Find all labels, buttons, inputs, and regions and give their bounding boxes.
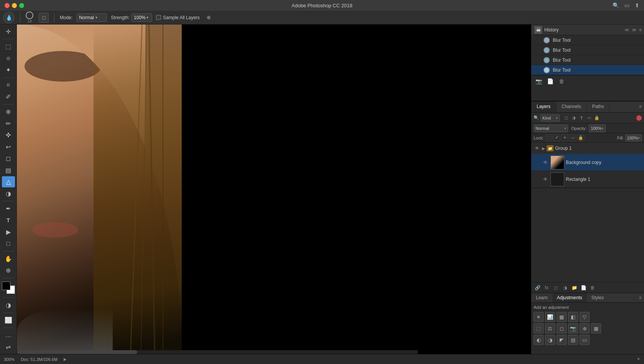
invert-adj-btn[interactable]: ◐ (534, 335, 544, 345)
traffic-lights[interactable] (5, 3, 24, 8)
lasso-tool[interactable]: ⌾ (2, 53, 15, 64)
add-mask-btn[interactable]: ◻ (552, 284, 560, 292)
group-header-1[interactable]: 👁 ▶ 📁 Group 1 (531, 143, 644, 154)
threshold-adj-btn[interactable]: ◤ (557, 335, 567, 345)
quick-mask-tool[interactable]: ◑ (2, 300, 15, 310)
tab-channels[interactable]: Channels (556, 102, 587, 112)
blend-mode-dropdown[interactable]: Normal ▾ (534, 125, 568, 132)
kind-dropdown[interactable]: Kind ▾ (540, 115, 560, 121)
text-filter-icon[interactable]: T (578, 115, 585, 121)
bw-adj-btn[interactable]: ◻ (557, 323, 567, 333)
history-item-2[interactable]: Blur Tool (531, 55, 644, 65)
link-layers-btn[interactable]: 🔗 (534, 284, 541, 292)
history-item-0[interactable]: Blur Tool (531, 35, 644, 45)
filter-toggle[interactable] (636, 115, 642, 121)
exposure-adj-btn[interactable]: ◧ (568, 312, 578, 322)
canvas[interactable] (17, 25, 531, 354)
marquee-tool[interactable]: ⬚ (2, 41, 15, 52)
shape-filter-icon[interactable]: ▭ (586, 115, 593, 121)
history-item-3[interactable]: Blur Tool (531, 65, 644, 75)
lock-position-btn[interactable]: ✛ (561, 134, 568, 141)
horizontal-scrollbar[interactable] (17, 350, 418, 354)
foreground-color[interactable] (2, 282, 10, 290)
opacity-input[interactable]: 100% ▾ (589, 125, 605, 132)
close-button[interactable] (5, 3, 10, 8)
path-selection-tool[interactable]: ▶ (2, 226, 15, 237)
history-menu-icon[interactable]: ≡ (639, 27, 642, 33)
stamp-tool[interactable]: ✜ (2, 130, 15, 141)
airbrush-icon[interactable]: ⊕ (204, 13, 214, 23)
dodge-tool[interactable]: ◑ (2, 188, 15, 199)
brush-tool[interactable]: ✏ (2, 118, 15, 129)
history-collapse-icon[interactable]: ≪ (624, 27, 629, 33)
healing-brush-tool[interactable]: ⊕ (2, 107, 15, 117)
history-brush-tool[interactable]: ↩ (2, 141, 15, 152)
posterize-adj-btn[interactable]: ◑ (545, 335, 555, 345)
text-tool[interactable]: T (2, 215, 15, 226)
more-tools[interactable]: … (2, 330, 15, 341)
delete-layer-btn[interactable]: 🗑 (589, 284, 596, 292)
delete-history-btn[interactable]: 🗑 (557, 77, 566, 85)
zoom-tool[interactable]: ⊕ (2, 265, 15, 276)
lock-image-btn[interactable]: ✐ (553, 134, 560, 141)
status-arrow-icon[interactable]: ▶ (64, 357, 67, 361)
hand-tool[interactable]: ✋ (2, 253, 15, 264)
brightness-adj-btn[interactable]: ☀ (534, 312, 544, 322)
crop-tool[interactable]: ⌗ (2, 80, 15, 90)
maximize-button[interactable] (19, 3, 24, 8)
layer-background-copy[interactable]: 👁 Background copy (531, 154, 644, 171)
fill-input[interactable]: 100% ▾ (625, 134, 642, 141)
history-item-1[interactable]: Blur Tool (531, 45, 644, 55)
channel-mixer-btn[interactable]: ⊕ (580, 323, 590, 333)
scrollbar-thumb[interactable] (17, 350, 137, 354)
minimize-button[interactable] (12, 3, 17, 8)
eraser-tool[interactable]: ◻ (2, 153, 15, 164)
gradient-tool[interactable]: ▤ (2, 165, 15, 175)
create-new-document-btn[interactable]: 📄 (546, 77, 554, 85)
new-group-btn[interactable]: 📁 (570, 284, 578, 292)
adjust-filter-icon[interactable]: ◑ (570, 115, 577, 121)
shape-tool[interactable]: □ (2, 238, 15, 249)
layer-visibility-rect[interactable]: 👁 (542, 176, 549, 183)
strength-input[interactable]: 100% ▾ (131, 13, 152, 22)
pen-tool[interactable]: ✒ (2, 203, 15, 214)
create-snapshot-btn[interactable]: 📷 (534, 77, 543, 85)
tab-paths[interactable]: Paths (587, 102, 610, 112)
tab-adjustments[interactable]: Adjustments (552, 293, 587, 302)
layout-icon[interactable]: ▭ (624, 2, 629, 8)
new-layer-btn[interactable]: 📄 (580, 284, 587, 292)
curves-adj-btn[interactable]: 📊 (545, 312, 555, 322)
blur-tool[interactable]: △ (2, 176, 15, 187)
group-visibility-icon[interactable]: 👁 (534, 145, 540, 152)
lock-all-btn[interactable]: 🔒 (577, 134, 584, 141)
tab-layers[interactable]: Layers (531, 102, 556, 112)
history-expand-icon[interactable]: ≫ (632, 27, 637, 33)
adj-menu-icon[interactable]: ≡ (637, 293, 644, 302)
arrange-icon[interactable]: ⬆ (635, 2, 639, 8)
group-expand-icon[interactable]: ▶ (542, 146, 545, 151)
quick-select-tool[interactable]: ✦ (2, 64, 15, 75)
close-statusbar-icon[interactable]: ✕ (637, 357, 640, 362)
search-icon[interactable]: 🔍 (613, 2, 619, 8)
pixel-filter-icon[interactable]: ◻ (563, 115, 570, 121)
color-lookup-btn[interactable]: ▦ (591, 323, 601, 333)
tab-styles[interactable]: Styles (587, 293, 609, 302)
move-tool[interactable]: ✛ (2, 26, 15, 37)
lock-artboard-btn[interactable]: ▭ (569, 134, 576, 141)
screen-mode-tool[interactable]: ⬜ (2, 315, 15, 326)
vibrance-adj-btn[interactable]: ▽ (580, 312, 590, 322)
hsl-adj-btn[interactable]: ⬚ (534, 323, 544, 333)
levels-adj-btn[interactable]: ▦ (557, 312, 567, 322)
layer-rectangle[interactable]: 👁 Rectangle 1 (531, 171, 644, 188)
eyedropper-tool[interactable]: ✐ (2, 91, 15, 102)
lock-transparent-btn[interactable]: ⬚ (545, 134, 552, 141)
color-balance-btn[interactable]: ⚖ (545, 323, 555, 333)
mode-dropdown[interactable]: Normal ▾ (76, 13, 107, 22)
brush-mode-icon[interactable]: ◻ (39, 13, 49, 23)
new-fill-btn[interactable]: ◑ (561, 284, 569, 292)
sample-layers-checkbox[interactable] (156, 15, 161, 20)
layer-visibility-bg-copy[interactable]: 👁 (542, 159, 549, 166)
tab-learn[interactable]: Learn (531, 293, 552, 302)
extra-tools[interactable]: ⇌ (2, 342, 15, 353)
layers-menu-icon[interactable]: ≡ (637, 102, 644, 112)
